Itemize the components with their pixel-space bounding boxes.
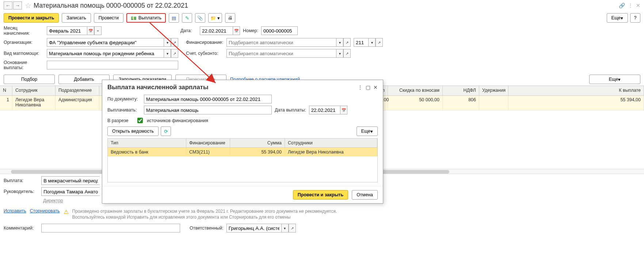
forward-button[interactable]: → bbox=[13, 1, 22, 10]
open-icon[interactable]: ↗ bbox=[343, 38, 351, 47]
date-label: Дата: bbox=[180, 28, 197, 33]
help-button[interactable]: ? bbox=[630, 13, 640, 23]
col-n: N bbox=[0, 86, 12, 95]
comment-input[interactable] bbox=[41, 224, 180, 232]
back-button[interactable]: ← bbox=[4, 1, 12, 10]
dialog-pay-input[interactable] bbox=[144, 106, 272, 114]
select-button[interactable]: Подбор bbox=[4, 75, 55, 84]
folder-icon[interactable]: 📁 ▾ bbox=[208, 13, 222, 23]
dialog-more-button[interactable]: Еще ▾ bbox=[357, 126, 378, 136]
dialog-cancel-button[interactable]: Отмена bbox=[352, 190, 378, 200]
col-employee: Сотрудник bbox=[12, 86, 56, 95]
acct-label: Счет, субконто: bbox=[186, 51, 224, 56]
dialog-table-row[interactable]: Ведомость в банк СМЗ(211) 55 394,00 Леги… bbox=[108, 148, 377, 156]
open-icon[interactable]: ↗ bbox=[376, 38, 383, 47]
col-department: Подразделение bbox=[56, 86, 99, 95]
resp-label: Ответственный: bbox=[190, 226, 224, 231]
open-icon[interactable]: ↗ bbox=[171, 38, 178, 47]
code-input[interactable] bbox=[354, 38, 368, 47]
dialog-pay-label: Выплачивать: bbox=[107, 107, 141, 113]
main-toolbar: Провести и закрыть Записать Провести 💵 В… bbox=[0, 11, 644, 25]
dropdown-icon[interactable]: ▾ bbox=[336, 38, 343, 47]
dialog-breakdown-checkbox[interactable] bbox=[137, 118, 143, 123]
money-icon: 💵 bbox=[131, 15, 137, 21]
org-input[interactable] bbox=[47, 38, 164, 47]
dialog-title: Выплата начисленной зарплаты bbox=[107, 84, 355, 91]
acct-input[interactable] bbox=[226, 49, 336, 58]
dialog-col-emp: Сотрудники bbox=[285, 139, 377, 147]
number-input[interactable] bbox=[261, 26, 298, 35]
fix-link[interactable]: Исправить bbox=[4, 208, 26, 213]
payout-dialog: Выплата начисленной зарплаты ⋮ ▢ ✕ По до… bbox=[102, 80, 383, 204]
org-label: Организация: bbox=[4, 40, 44, 45]
dialog-post-close-button[interactable]: Провести и закрыть bbox=[293, 190, 348, 200]
payout-input[interactable] bbox=[41, 176, 100, 185]
open-icon[interactable]: ↗ bbox=[171, 49, 178, 58]
dropdown-icon[interactable]: ▾ bbox=[164, 38, 171, 47]
month-label: Месяц начисления: bbox=[4, 26, 44, 36]
payout-label: Выплата: bbox=[4, 178, 38, 183]
director-link[interactable]: Директор bbox=[43, 198, 63, 203]
dropdown-icon[interactable]: ▾ bbox=[336, 49, 343, 58]
warning-icon: ⚠ bbox=[64, 208, 69, 215]
type-input[interactable] bbox=[47, 49, 164, 58]
dialog-date-label: Дата выплаты: bbox=[275, 107, 306, 113]
attach-icon[interactable]: 📎 bbox=[195, 13, 205, 23]
dialog-doc-input[interactable] bbox=[144, 95, 272, 103]
number-label: Номер: bbox=[243, 28, 258, 33]
basis-label: Основание выплаты: bbox=[4, 60, 44, 70]
col-payout: К выплате bbox=[508, 86, 644, 95]
resp-input[interactable] bbox=[226, 224, 281, 232]
stepper-icon[interactable]: ÷ bbox=[94, 26, 102, 35]
edit-icon[interactable]: ✎ bbox=[182, 13, 192, 23]
basis-input[interactable] bbox=[47, 61, 178, 69]
fin-label: Финансирование: bbox=[186, 40, 224, 45]
refresh-icon[interactable]: ⟳ bbox=[161, 126, 171, 136]
titlebar: ← → ☆ Материальная помощь 0000-000005 от… bbox=[0, 0, 644, 11]
dialog-date-input[interactable] bbox=[309, 106, 340, 114]
close-icon[interactable]: ✕ bbox=[636, 3, 640, 8]
more-button[interactable]: Еще ▾ bbox=[607, 13, 628, 23]
calendar-icon[interactable]: 📅 bbox=[340, 106, 347, 114]
dialog-maximize-icon[interactable]: ▢ bbox=[366, 84, 370, 90]
date-input[interactable] bbox=[200, 26, 233, 35]
options-icon[interactable]: ⋮ bbox=[628, 3, 633, 8]
manager-input[interactable] bbox=[41, 187, 100, 196]
report-icon[interactable]: ▤ bbox=[169, 13, 179, 23]
pay-button[interactable]: 💵 Выплатить bbox=[126, 13, 166, 23]
col-discount: Скидка по взносам bbox=[388, 86, 443, 95]
print-icon[interactable]: 🖨 bbox=[225, 13, 235, 23]
post-button[interactable]: Провести bbox=[94, 13, 123, 23]
dropdown-icon[interactable]: ▾ bbox=[368, 38, 376, 47]
save-button[interactable]: Записать bbox=[62, 13, 91, 23]
month-input[interactable] bbox=[47, 26, 87, 35]
storno-link[interactable]: Сторнировать bbox=[30, 208, 60, 213]
calendar-icon[interactable]: 📅 bbox=[87, 26, 94, 35]
table-more-button[interactable]: Еще ▾ bbox=[589, 75, 640, 84]
dialog-close-icon[interactable]: ✕ bbox=[373, 84, 378, 90]
open-icon[interactable]: ↗ bbox=[343, 49, 351, 58]
post-and-close-button[interactable]: Провести и закрыть bbox=[4, 13, 59, 23]
dialog-col-fin: Финансирование bbox=[186, 139, 230, 147]
page-title: Материальная помощь 0000-000005 от 22.02… bbox=[34, 2, 188, 10]
col-deductions: Удержания bbox=[479, 86, 508, 95]
calendar-icon[interactable]: 📅 bbox=[233, 26, 240, 35]
dropdown-icon[interactable]: ▾ bbox=[281, 224, 289, 232]
comment-label: Комментарий: bbox=[4, 226, 38, 231]
fin-input[interactable] bbox=[226, 38, 336, 47]
dialog-doc-label: По документу: bbox=[107, 97, 141, 102]
open-icon[interactable]: ↗ bbox=[289, 224, 296, 232]
open-vedomost-button[interactable]: Открыть ведомость bbox=[107, 126, 159, 136]
dialog-breakdown-text: источников финансирования bbox=[147, 118, 208, 123]
dialog-col-sum: Сумма bbox=[230, 139, 285, 147]
link-icon[interactable]: 🔗 bbox=[619, 3, 625, 8]
dialog-table: Тип Финансирование Сумма Сотрудники Ведо… bbox=[107, 138, 378, 182]
type-label: Вид матпомощи: bbox=[4, 51, 44, 56]
col-ndfl: НДФЛ bbox=[443, 86, 479, 95]
dialog-breakdown-label: В разрезе bbox=[107, 118, 133, 123]
warning-text: Произведено отражение зарплаты в бухгалт… bbox=[72, 208, 365, 220]
dialog-menu-icon[interactable]: ⋮ bbox=[358, 84, 363, 90]
dropdown-icon[interactable]: ▾ bbox=[164, 49, 171, 58]
favorite-icon[interactable]: ☆ bbox=[25, 1, 31, 10]
dialog-col-type: Тип bbox=[108, 139, 186, 147]
